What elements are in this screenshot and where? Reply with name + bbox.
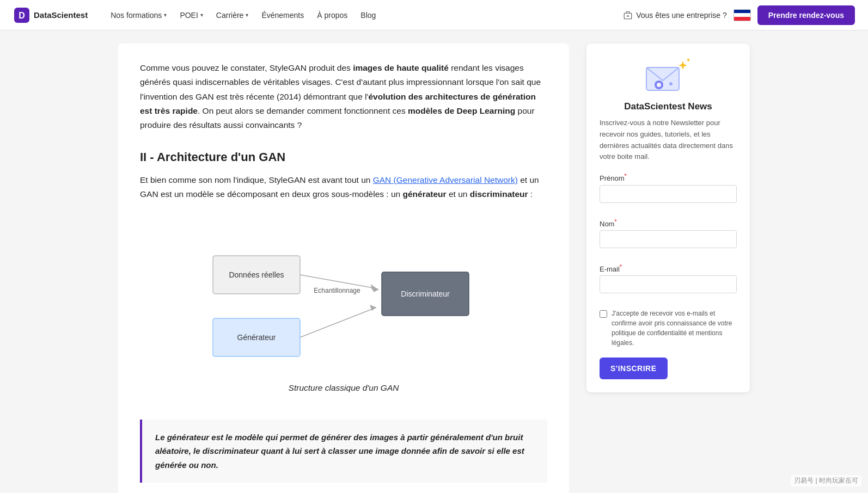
svg-text:Discriminateur: Discriminateur bbox=[401, 289, 450, 298]
svg-marker-16 bbox=[372, 286, 379, 292]
nav-item-blog[interactable]: Blog bbox=[355, 7, 381, 24]
flag-white-stripe bbox=[734, 13, 750, 17]
nav-label-blog: Blog bbox=[360, 11, 376, 20]
email-input[interactable] bbox=[600, 275, 737, 293]
quote-block: Le générateur est le modèle qui permet d… bbox=[140, 420, 547, 483]
nav-item-formations[interactable]: Nos formations ▾ bbox=[105, 7, 172, 24]
svg-point-20 bbox=[669, 82, 673, 85]
nav-item-apropos[interactable]: À propos bbox=[311, 7, 353, 24]
language-flag[interactable] bbox=[733, 9, 751, 21]
svg-point-19 bbox=[657, 83, 661, 87]
article: Comme vous pouvez le constater, StyleGAN… bbox=[118, 44, 569, 493]
chevron-down-icon: ▾ bbox=[246, 12, 248, 18]
svg-line-13 bbox=[300, 307, 376, 337]
chevron-down-icon: ▾ bbox=[200, 12, 203, 18]
quote-text: Le générateur est le modèle qui permet d… bbox=[155, 433, 524, 470]
newsletter-icon-wrapper bbox=[600, 57, 737, 95]
consent-checkbox-row: J'accepte de recevoir vos e-mails et con… bbox=[600, 309, 737, 348]
nav-label-formations: Nos formations bbox=[111, 11, 162, 20]
nav-label-apropos: À propos bbox=[317, 11, 347, 20]
newsletter-description: Inscrivez-vous à notre Newsletter pour r… bbox=[600, 118, 737, 163]
email-label: E-mail* bbox=[600, 263, 737, 273]
prenom-label: Prénom* bbox=[600, 172, 737, 182]
prenom-input[interactable] bbox=[600, 185, 737, 203]
svg-text:Générateur: Générateur bbox=[237, 333, 276, 342]
diagram-container: Données réelles Générateur Discriminateu… bbox=[140, 214, 547, 406]
page-content: Comme vous pouvez le constater, StyleGAN… bbox=[107, 30, 761, 493]
enterprise-link[interactable]: Vous êtes une entreprise ? bbox=[623, 10, 727, 20]
svg-text:Données réelles: Données réelles bbox=[229, 270, 284, 279]
watermark: 刃易号 | 时尚玩家岳可 bbox=[791, 475, 861, 486]
nav-label-evenements: Événements bbox=[261, 11, 304, 20]
navbar-right: Vous êtes une entreprise ? Prendre rende… bbox=[623, 5, 855, 25]
nav-menu: Nos formations ▾ POEI ▾ Carrière ▾ Événe… bbox=[105, 7, 619, 24]
flag-blue-stripe bbox=[734, 10, 750, 14]
chevron-down-icon: ▾ bbox=[164, 12, 167, 18]
nom-label: Nom* bbox=[600, 218, 737, 228]
nav-item-evenements[interactable]: Événements bbox=[256, 7, 309, 24]
nom-input[interactable] bbox=[600, 230, 737, 248]
newsletter-card: DataScientest News Inscrivez-vous à notr… bbox=[586, 44, 750, 392]
consent-checkbox[interactable] bbox=[600, 310, 607, 318]
gan-link[interactable]: GAN (Generative Adversarial Network) bbox=[373, 175, 518, 184]
logo-text: DataScientest bbox=[34, 10, 88, 20]
sidebar: DataScientest News Inscrivez-vous à notr… bbox=[586, 44, 750, 392]
section2-paragraph: Et bien comme son nom l'indique, StyleGA… bbox=[140, 173, 547, 202]
diagram-caption: Structure classique d'un GAN bbox=[289, 381, 399, 395]
svg-text:D: D bbox=[19, 11, 25, 20]
nom-field-group: Nom* bbox=[600, 218, 737, 256]
svg-text:Echantillonnage: Echantillonnage bbox=[314, 287, 360, 294]
nav-label-poei: POEI bbox=[180, 11, 198, 20]
nav-item-poei[interactable]: POEI ▾ bbox=[174, 7, 208, 24]
email-field-group: E-mail* bbox=[600, 263, 737, 301]
prenom-field-group: Prénom* bbox=[600, 172, 737, 210]
flag-red-stripe bbox=[734, 17, 750, 21]
logo-icon: D bbox=[13, 7, 30, 24]
cta-button[interactable]: Prendre rendez-vous bbox=[757, 5, 855, 25]
intro-paragraph: Comme vous pouvez le constater, StyleGAN… bbox=[140, 61, 547, 133]
building-icon bbox=[623, 10, 633, 20]
nav-item-carriere[interactable]: Carrière ▾ bbox=[211, 7, 254, 24]
newsletter-icon bbox=[644, 57, 693, 95]
consent-label: J'accepte de recevoir vos e-mails et con… bbox=[612, 309, 737, 348]
enterprise-label: Vous êtes une entreprise ? bbox=[636, 11, 727, 20]
subscribe-button[interactable]: S'INSCRIRE bbox=[600, 358, 668, 379]
newsletter-title: DataScientest News bbox=[600, 101, 737, 112]
section2-title: II - Architecture d'un GAN bbox=[140, 150, 547, 164]
nav-label-carriere: Carrière bbox=[216, 11, 244, 20]
gan-diagram: Données réelles Générateur Discriminateu… bbox=[197, 223, 491, 365]
diagram-svg: Données réelles Générateur Discriminateu… bbox=[188, 214, 499, 375]
navbar: D DataScientest Nos formations ▾ POEI ▾ … bbox=[0, 0, 868, 30]
logo[interactable]: D DataScientest bbox=[13, 7, 88, 24]
